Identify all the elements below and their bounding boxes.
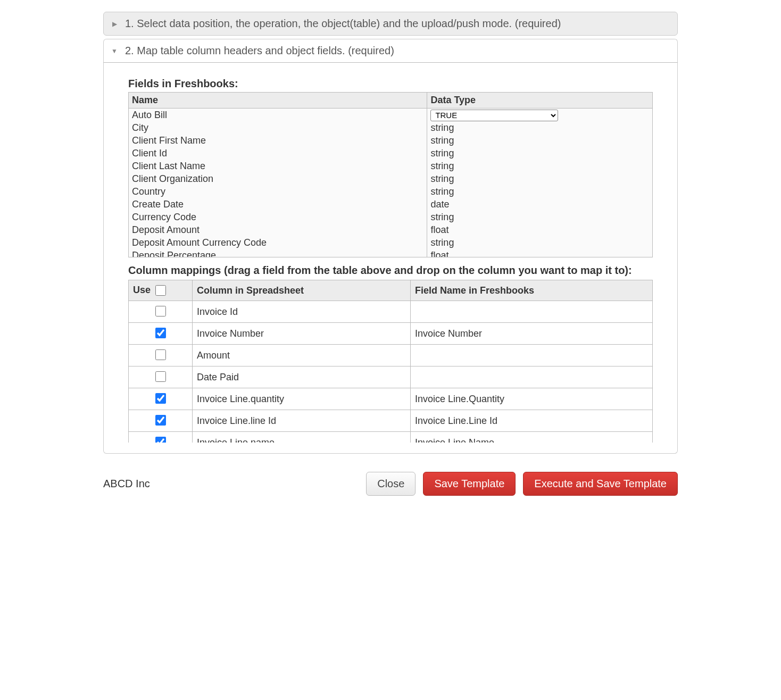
field-name: Client First Name: [129, 134, 427, 147]
use-checkbox[interactable]: [155, 415, 166, 426]
mapping-field-name[interactable]: Invoice Number: [411, 323, 653, 345]
fields-row[interactable]: Create Datedate: [129, 198, 652, 211]
field-name: City: [129, 121, 427, 134]
mapping-column-name[interactable]: Invoice Line.name: [193, 432, 411, 443]
fields-row[interactable]: Countrystring: [129, 185, 652, 198]
mapping-use-cell: [129, 345, 193, 366]
mapping-use-cell: [129, 432, 193, 443]
field-name: Create Date: [129, 198, 427, 211]
field-name: Currency Code: [129, 211, 427, 223]
fields-row[interactable]: Deposit Amountfloat: [129, 223, 652, 236]
field-name: Client Last Name: [129, 160, 427, 172]
mapping-header-use: Use: [129, 280, 193, 301]
fields-header-datatype: Data Type: [427, 93, 653, 109]
field-datatype: string: [427, 160, 652, 172]
field-name: Client Id: [129, 147, 427, 160]
field-name: Deposit Amount Currency Code: [129, 236, 427, 249]
mapping-field-name[interactable]: Invoice Line.Line Id: [411, 410, 653, 432]
mapping-field-name[interactable]: [411, 366, 653, 388]
fields-row[interactable]: Client Idstring: [129, 147, 652, 160]
mapping-table: Use Column in Spreadsheet Field Name in …: [128, 280, 653, 443]
mapping-field-name[interactable]: Invoice Line.Quantity: [411, 388, 653, 410]
fields-row[interactable]: Deposit Amount Currency Codestring: [129, 236, 652, 249]
fields-row[interactable]: Client First Namestring: [129, 134, 652, 147]
field-datatype: TRUE: [427, 109, 652, 121]
fields-row[interactable]: Deposit Percentagefloat: [129, 249, 652, 257]
mapping-use-cell: [129, 388, 193, 410]
use-checkbox[interactable]: [155, 349, 166, 360]
field-name: Client Organization: [129, 172, 427, 185]
mapping-column-name[interactable]: Amount: [193, 345, 411, 366]
use-checkbox[interactable]: [155, 306, 166, 316]
fields-table-header: Name Data Type: [128, 92, 653, 109]
fields-row[interactable]: Auto BillTRUE: [129, 109, 652, 121]
mapping-column-name[interactable]: Invoice Line.quantity: [193, 388, 411, 410]
field-name: Country: [129, 185, 427, 198]
fields-table-body: Auto BillTRUECitystringClient First Name…: [129, 109, 652, 257]
mapping-field-name[interactable]: Invoice Line.Name: [411, 432, 653, 443]
mapping-row: Invoice Line.quantityInvoice Line.Quanti…: [129, 388, 653, 410]
field-name: Deposit Amount: [129, 223, 427, 236]
mapping-header-field: Field Name in Freshbooks: [411, 280, 653, 301]
mapping-row: Invoice Line.nameInvoice Line.Name: [129, 432, 653, 443]
field-datatype: string: [427, 185, 652, 198]
chevron-right-icon: ▶: [111, 20, 118, 28]
mapping-use-cell: [129, 410, 193, 432]
accordion-step-2[interactable]: ▼ 2. Map table column headers and object…: [103, 39, 678, 62]
mapping-table-scroll[interactable]: Use Column in Spreadsheet Field Name in …: [128, 280, 653, 443]
mapping-field-name[interactable]: [411, 345, 653, 366]
fields-row[interactable]: Citystring: [129, 121, 652, 134]
fields-row[interactable]: Client Organizationstring: [129, 172, 652, 185]
field-datatype: string: [427, 147, 652, 160]
fields-table-scroll[interactable]: Auto BillTRUECitystringClient First Name…: [128, 109, 653, 257]
mapping-row: Amount: [129, 345, 653, 366]
field-name: Auto Bill: [129, 109, 427, 121]
field-datatype: date: [427, 198, 652, 211]
use-all-checkbox[interactable]: [155, 285, 166, 296]
accordion-step-2-title: 2. Map table column headers and object f…: [125, 45, 394, 57]
use-checkbox[interactable]: [155, 328, 166, 338]
company-label: ABCD Inc: [103, 478, 150, 490]
field-datatype: string: [427, 236, 652, 249]
footer: ABCD Inc Close Save Template Execute and…: [103, 472, 678, 496]
execute-save-template-button[interactable]: Execute and Save Template: [523, 472, 678, 496]
mapping-row: Date Paid: [129, 366, 653, 388]
mapping-use-cell: [129, 323, 193, 345]
mapping-row: Invoice Id: [129, 301, 653, 323]
field-datatype: float: [427, 223, 652, 236]
use-checkbox[interactable]: [155, 437, 166, 443]
mapping-column-name[interactable]: Invoice Line.line Id: [193, 410, 411, 432]
mapping-header-col: Column in Spreadsheet: [193, 280, 411, 301]
field-datatype: string: [427, 134, 652, 147]
field-name: Deposit Percentage: [129, 249, 427, 257]
mapping-column-name[interactable]: Invoice Number: [193, 323, 411, 345]
mapping-section-title: Column mappings (drag a field from the t…: [128, 263, 653, 278]
use-checkbox[interactable]: [155, 393, 166, 404]
accordion-step-2-panel: Fields in Freshbooks: Name Data Type Aut…: [103, 62, 678, 454]
accordion-step-1-title: 1. Select data position, the operation, …: [125, 18, 561, 30]
datatype-select[interactable]: TRUE: [430, 110, 558, 121]
accordion-step-1[interactable]: ▶ 1. Select data position, the operation…: [103, 12, 678, 36]
mapping-use-cell: [129, 301, 193, 323]
close-button[interactable]: Close: [366, 472, 416, 496]
mapping-row: Invoice Line.line IdInvoice Line.Line Id: [129, 410, 653, 432]
field-datatype: string: [427, 121, 652, 134]
field-datatype: string: [427, 211, 652, 223]
mapping-column-name[interactable]: Date Paid: [193, 366, 411, 388]
mapping-header-use-label: Use: [133, 285, 151, 295]
fields-row[interactable]: Client Last Namestring: [129, 160, 652, 172]
mapping-row: Invoice NumberInvoice Number: [129, 323, 653, 345]
fields-section-title: Fields in Freshbooks:: [128, 78, 653, 90]
use-checkbox[interactable]: [155, 371, 166, 382]
mapping-column-name[interactable]: Invoice Id: [193, 301, 411, 323]
mapping-field-name[interactable]: [411, 301, 653, 323]
save-template-button[interactable]: Save Template: [423, 472, 516, 496]
fields-row[interactable]: Currency Codestring: [129, 211, 652, 223]
mapping-use-cell: [129, 366, 193, 388]
fields-header-name: Name: [129, 93, 427, 109]
chevron-down-icon: ▼: [111, 47, 118, 55]
field-datatype: float: [427, 249, 652, 257]
field-datatype: string: [427, 172, 652, 185]
